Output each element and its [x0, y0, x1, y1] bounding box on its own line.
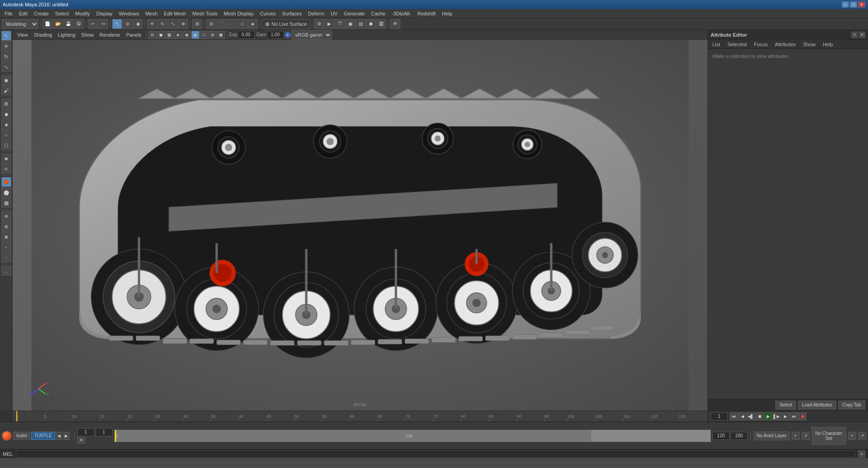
surface-btn[interactable]: ⬡: [1, 140, 11, 150]
viewport-menu-lighting[interactable]: Lighting: [55, 32, 78, 38]
render-obj-btn[interactable]: [1, 177, 11, 187]
show-manip-btn[interactable]: ⊞: [192, 19, 202, 29]
render-view-btn[interactable]: 🖼: [376, 19, 386, 29]
exposure-input[interactable]: [237, 31, 255, 39]
vp-texture-btn[interactable]: ▦: [166, 31, 174, 39]
play-fwd2-btn[interactable]: ▌▶: [773, 412, 781, 420]
command-line[interactable]: [16, 450, 855, 458]
wire-obj-btn[interactable]: ⬤: [1, 187, 11, 197]
snap-view-btn[interactable]: ◈: [248, 19, 258, 29]
snap-point-btn[interactable]: ·: [227, 19, 237, 29]
attr-float-btn[interactable]: ↗: [851, 32, 858, 38]
menu-mesh[interactable]: Mesh: [142, 10, 160, 17]
new-scene-btn[interactable]: 📄: [43, 19, 52, 29]
char-set-btn1[interactable]: +: [848, 432, 856, 440]
record-btn[interactable]: ⏺: [798, 412, 806, 420]
light-btn[interactable]: ◈: [1, 119, 11, 129]
no-char-set[interactable]: No CharacterSet: [811, 427, 846, 445]
scale-tool-btn[interactable]: ⤡: [168, 19, 178, 29]
anim-layer-btn2[interactable]: ↗: [802, 432, 810, 440]
region1-btn[interactable]: ▤: [1, 211, 11, 221]
menu-edit-mesh[interactable]: Edit Mesh: [161, 10, 189, 17]
menu-mesh-tools[interactable]: Mesh Tools: [190, 10, 220, 17]
more-tools-btn[interactable]: …: [1, 266, 11, 276]
vp-shadow-btn[interactable]: ◉: [183, 31, 191, 39]
menu-3dtoll[interactable]: -3DtoAll-: [389, 10, 414, 17]
stop-render-btn[interactable]: ⏹: [366, 19, 376, 29]
snap-curve-btn[interactable]: ⌒: [217, 19, 227, 29]
select-btn[interactable]: Select: [775, 401, 796, 410]
range-start-input[interactable]: [77, 428, 95, 436]
soft-sel-btn[interactable]: ◉: [1, 75, 11, 85]
select-mode-btn[interactable]: ↖: [1, 31, 11, 41]
vp-hud-btn[interactable]: ▣: [217, 31, 225, 39]
menu-deform[interactable]: Deform: [305, 10, 327, 17]
anim-prefs-btn[interactable]: ⚙: [77, 437, 85, 444]
region3-btn[interactable]: ▩: [1, 232, 11, 242]
menu-mesh-display[interactable]: Mesh Display: [221, 10, 256, 17]
menu-uv[interactable]: UV: [328, 10, 340, 17]
total-end-input[interactable]: [730, 432, 748, 440]
redo-btn[interactable]: ↪: [98, 19, 108, 29]
layer-tab-next[interactable]: ▶: [63, 432, 70, 440]
attr-tab-show[interactable]: Show: [801, 41, 817, 48]
undo-btn[interactable]: ↩: [88, 19, 98, 29]
viewport-menu-shading[interactable]: Shading: [31, 32, 55, 38]
layer-tab-prev[interactable]: ◀: [56, 432, 62, 440]
viewport[interactable]: X Y Z persp: [13, 40, 707, 411]
save-scene-btn[interactable]: 💾: [63, 19, 73, 29]
gamma-input[interactable]: [267, 31, 284, 39]
timeline-area[interactable]: 1 5 10 15 20 25 30 35 40 45 50: [0, 411, 868, 422]
close-button[interactable]: ✕: [858, 1, 865, 8]
go-start-btn[interactable]: ⏮: [730, 412, 738, 420]
menu-modify[interactable]: Modify: [72, 10, 92, 17]
attr-tab-help[interactable]: Help: [821, 41, 835, 48]
attr-tab-selected[interactable]: Selected: [726, 41, 749, 48]
camera-btn[interactable]: ◆: [1, 109, 11, 119]
menu-surfaces[interactable]: Surfaces: [280, 10, 304, 17]
menu-display[interactable]: Display: [94, 10, 115, 17]
universal-tool-btn[interactable]: ⊕: [178, 19, 188, 29]
current-frame-input[interactable]: [711, 412, 728, 420]
move-tool-btn[interactable]: ✛: [147, 19, 157, 29]
menu-generate[interactable]: Generate: [341, 10, 367, 17]
region4-btn[interactable]: ▪: [1, 242, 11, 252]
render-btn[interactable]: ▶: [324, 19, 334, 29]
viewport-menu-renderer[interactable]: Renderer: [97, 32, 123, 38]
menu-select[interactable]: Select: [52, 10, 72, 17]
layer-tab-turtle[interactable]: TURTLE: [31, 432, 55, 440]
rotate-mode-btn[interactable]: ↻: [1, 52, 11, 62]
maximize-button[interactable]: □: [850, 1, 857, 8]
menu-cache[interactable]: Cache: [368, 10, 388, 17]
poly-btn[interactable]: ▣: [1, 153, 11, 163]
menu-curves[interactable]: Curves: [257, 10, 279, 17]
menu-windows[interactable]: Windows: [116, 10, 142, 17]
timeline-ruler[interactable]: 1 5 10 15 20 25 30 35 40 45 50: [13, 411, 707, 421]
paint-sel-btn[interactable]: ◉: [133, 19, 143, 29]
snap-grid-btn[interactable]: ⊟: [206, 19, 216, 29]
menu-create[interactable]: Create: [31, 10, 52, 17]
viewport-menu-view[interactable]: View: [14, 32, 31, 38]
attr-tab-focus[interactable]: Focus: [752, 41, 769, 48]
render-sphere-btn[interactable]: [2, 431, 12, 441]
scale-mode-btn[interactable]: ⤡: [1, 62, 11, 72]
anim-layer-btn1[interactable]: +: [792, 432, 800, 440]
stop-btn[interactable]: ⏹: [755, 412, 764, 420]
attr-tab-list[interactable]: List: [711, 41, 722, 48]
render-region-btn[interactable]: ▣: [345, 19, 355, 29]
menu-redshift[interactable]: Redshift: [415, 10, 438, 17]
lasso-tool-btn[interactable]: ⊘: [123, 19, 133, 29]
anim-end-input[interactable]: [712, 432, 730, 440]
char-set-btn2[interactable]: ↗: [858, 432, 866, 440]
region5-btn[interactable]: ▫: [1, 253, 11, 263]
copy-tab-btn[interactable]: Copy Tab: [838, 401, 865, 410]
attr-tab-attributes[interactable]: Attributes: [773, 41, 797, 48]
vp-grid-btn[interactable]: ⊞: [209, 31, 217, 39]
mode-dropdown[interactable]: Modeling Rigging Animation FX Rendering: [2, 19, 38, 29]
curve-btn[interactable]: ○: [1, 130, 11, 140]
snap-surface-btn[interactable]: ◇: [237, 19, 247, 29]
color-space-dropdown[interactable]: sRGB gamma: [291, 30, 332, 40]
show-hide-btn[interactable]: 👁: [390, 19, 400, 29]
batch-render-btn[interactable]: ▤: [356, 19, 365, 29]
vp-light-btn[interactable]: ◈: [174, 31, 182, 39]
